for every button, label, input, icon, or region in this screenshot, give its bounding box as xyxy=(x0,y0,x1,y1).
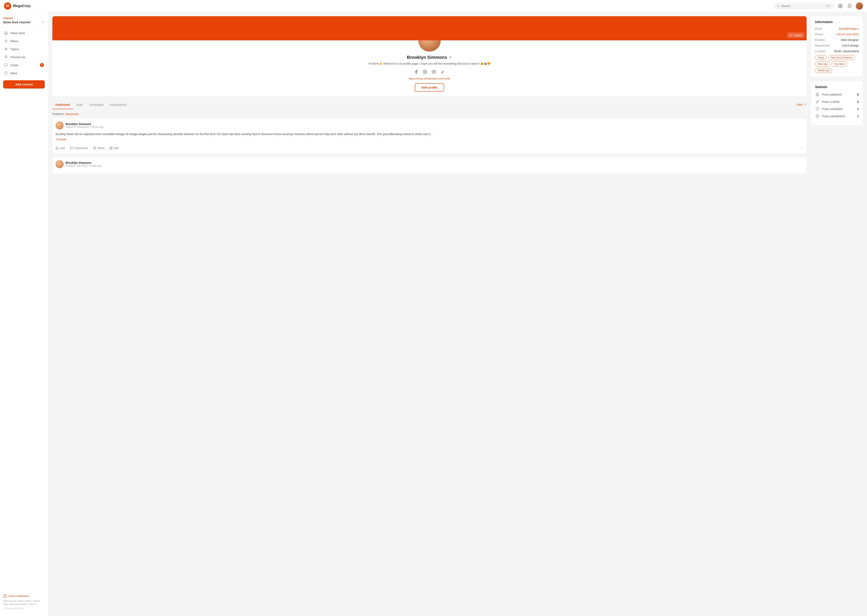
tag-tchop[interactable]: Tchop xyxy=(815,55,827,60)
sidebar-item-news-feed[interactable]: News feed xyxy=(0,29,48,37)
main-area: Channel News feed channel News feed xyxy=(0,12,867,616)
information-title: Information xyxy=(815,20,859,24)
settings-button[interactable] xyxy=(837,3,843,9)
footer-imprint[interactable]: Imprint xyxy=(33,600,40,602)
profile-body: Brooklyn Simmons ♀ Hi there!🤌 Welcome to… xyxy=(52,55,807,96)
user-avatar[interactable] xyxy=(856,2,863,9)
edit-button-1[interactable]: Edit xyxy=(109,146,119,150)
notification-dot xyxy=(851,3,852,5)
tab-published[interactable]: Published xyxy=(52,101,73,109)
channel-label: Channel xyxy=(3,17,45,20)
statistic-title: Statistic xyxy=(815,85,859,89)
posted-in-link[interactable]: Newsroom xyxy=(66,112,79,116)
facebook-icon[interactable] xyxy=(413,69,419,75)
like-button-1[interactable]: Like xyxy=(56,146,65,150)
tab-draft[interactable]: Draft xyxy=(73,101,86,109)
footer-links: Terms of Use Privacy Policy Imprint FAQ … xyxy=(3,600,45,605)
svg-line-25 xyxy=(94,147,95,148)
post-meta-2: Posted in "Our Blog" • 2 days ago xyxy=(66,164,102,167)
stat-row-unpublished: Posts unpublished 1 xyxy=(815,114,859,119)
svg-line-24 xyxy=(94,148,95,149)
sidebar-item-pinned-mix[interactable]: Pinned mix xyxy=(0,53,48,61)
sidebar-item-chats[interactable]: Chats 2 xyxy=(0,61,48,69)
info-column: Information Email brook@mega.io Phone +4… xyxy=(811,16,863,612)
chevron-down-icon xyxy=(42,21,45,24)
footer-more[interactable]: More ∨ xyxy=(29,603,36,605)
tag-mobile-app[interactable]: Mobile App xyxy=(815,68,832,73)
tab-unpublished[interactable]: Unpublished xyxy=(107,101,130,109)
top-icons xyxy=(837,2,863,9)
admin-dashboard-link[interactable]: Admin dashboard xyxy=(3,594,45,598)
chats-badge: 2 xyxy=(40,63,44,67)
stat-row-published: Posts published 5 xyxy=(815,92,859,97)
logout-button[interactable]: Logout xyxy=(787,33,804,38)
sidebar-item-mixes[interactable]: Mixes xyxy=(0,37,48,45)
sidebar-item-topics[interactable]: Topics xyxy=(0,45,48,53)
app-name: MegaCorp xyxy=(13,4,30,8)
sidebar-bottom: Admin dashboard Terms of Use Privacy Pol… xyxy=(0,591,48,613)
info-key-email: Email xyxy=(815,27,833,30)
share-button-1[interactable]: Teilen xyxy=(93,146,105,150)
tiktok-icon[interactable] xyxy=(440,69,446,75)
channel-name[interactable]: News feed channel xyxy=(3,20,45,24)
profile-bio: Hi there!🤌 Welcome to my profile page. I… xyxy=(57,61,802,66)
footer-general[interactable]: General Questions xyxy=(9,603,28,605)
tag-new-social-network[interactable]: New Social Network xyxy=(828,55,855,60)
youtube-icon[interactable] xyxy=(431,69,437,75)
svg-rect-15 xyxy=(424,70,427,74)
edit-profile-button[interactable]: Edit profile xyxy=(415,83,444,91)
tag-top-news[interactable]: Top News xyxy=(831,61,847,66)
sidebar-item-more[interactable]: More xyxy=(0,69,48,77)
info-value-email[interactable]: brook@mega.io xyxy=(833,27,859,30)
comments-button-1[interactable]: Comments xyxy=(70,146,88,150)
profile-website-link[interactable]: https://tchop.io/chat-and-community xyxy=(57,77,802,80)
notifications-button[interactable] xyxy=(847,3,853,9)
posts-unpublished-icon xyxy=(815,114,820,119)
profile-banner: Logout xyxy=(52,16,807,40)
sidebar-item-label: Chats xyxy=(11,63,18,67)
info-row-department: Department UX/UI Design xyxy=(815,44,859,47)
info-key-position: Position xyxy=(815,38,833,42)
search-bar[interactable]: ⌘ F xyxy=(774,3,834,9)
chat-icon xyxy=(4,63,8,67)
footer-privacy[interactable]: Privacy Policy xyxy=(18,600,31,602)
add-content-button[interactable]: Add content xyxy=(3,80,45,88)
share-icon xyxy=(93,146,96,150)
logo-area: M MegaCorp xyxy=(4,2,30,9)
info-row-phone: Phone +49 34 1234 4321 xyxy=(815,33,859,36)
gender-symbol: ♀ xyxy=(449,55,452,60)
svg-line-1 xyxy=(779,6,779,7)
info-key-department: Department xyxy=(815,44,833,47)
search-input[interactable] xyxy=(781,5,824,8)
posts-published-icon xyxy=(815,92,820,97)
stat-value-drafts: 2 xyxy=(857,100,859,104)
sidebar-item-label: News feed xyxy=(11,31,25,35)
posts-drafts-icon xyxy=(815,99,820,104)
channel-selector[interactable]: Channel News feed channel xyxy=(0,15,48,27)
top-bar: M MegaCorp ⌘ F xyxy=(0,0,867,12)
stat-row-scheduled: Posts scheduled 1 xyxy=(815,107,859,112)
svg-point-2 xyxy=(840,5,841,6)
tags-container: Tchop New Social Network Web App Top New… xyxy=(815,55,859,73)
stat-label-published: Posts published xyxy=(822,93,857,96)
tab-scheduled[interactable]: Scheduled xyxy=(86,101,107,109)
footer-faq[interactable]: FAQ xyxy=(3,603,8,605)
instagram-icon[interactable] xyxy=(422,69,428,75)
sidebar-item-label: Mixes xyxy=(11,39,18,43)
home-icon xyxy=(4,31,8,35)
post-header-2: Brooklyn Simmons Posted in "Our Blog" • … xyxy=(56,160,803,168)
info-value-phone[interactable]: +49 34 1234 4321 xyxy=(833,33,859,36)
footer-terms[interactable]: Terms of Use xyxy=(3,600,16,602)
translate-link-1[interactable]: Translate xyxy=(56,138,803,141)
content-area: Logout Brooklyn Simmons ♀ Hi there!� xyxy=(48,12,867,616)
svg-line-8 xyxy=(5,47,6,50)
stat-label-scheduled: Posts scheduled xyxy=(822,107,857,111)
svg-rect-13 xyxy=(4,595,6,597)
social-icons xyxy=(57,69,802,75)
post-meta-1: Posted in "Newsroom" • 30 min ago xyxy=(66,126,104,129)
tag-web-app[interactable]: Web App xyxy=(815,61,830,66)
profile-card: Logout Brooklyn Simmons ♀ Hi there!� xyxy=(52,16,807,97)
filter-button[interactable]: Filter xyxy=(796,103,807,106)
more-options-button-1[interactable]: ··· xyxy=(800,146,803,150)
tabs-container: Published Draft Scheduled Unpublished Fi… xyxy=(52,101,807,174)
